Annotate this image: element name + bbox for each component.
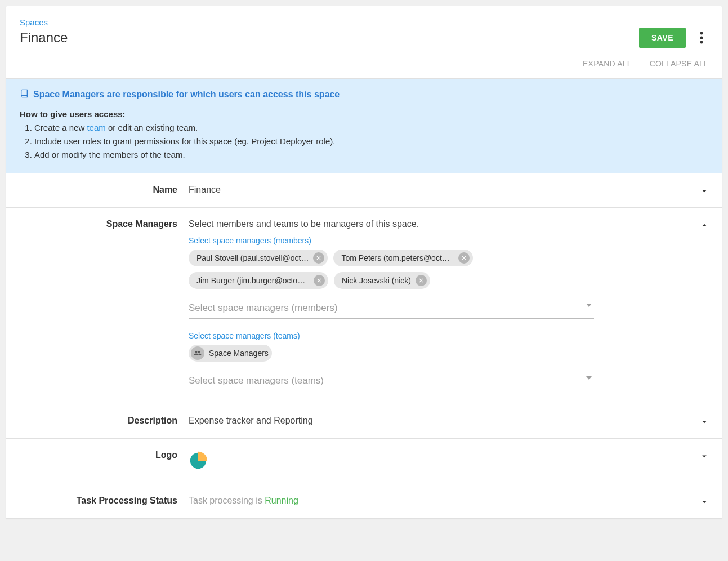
howto-step-2: Include user roles to grant permissions …: [34, 135, 708, 148]
book-icon: [20, 89, 29, 100]
section-description-label: Description: [6, 404, 189, 437]
expand-all-link[interactable]: EXPAND ALL: [583, 59, 632, 68]
member-chip-label: Jim Burger (jim.burger@octop…: [196, 276, 309, 285]
space-managers-summary: Select members and teams to be managers …: [189, 219, 693, 229]
task-processing-status: Running: [265, 496, 298, 505]
chevron-down-icon[interactable]: [698, 450, 711, 462]
member-chips: Paul Stovell (paul.stovell@oct… Tom Pete…: [189, 250, 594, 289]
team-chips: Space Managers: [189, 345, 594, 362]
member-chip-label: Paul Stovell (paul.stovell@oct…: [196, 253, 309, 262]
howto-heading: How to give users access:: [20, 109, 708, 119]
team-link[interactable]: team: [87, 123, 105, 132]
howto-step-1: Create a new team or edit an existing te…: [34, 121, 708, 135]
collapse-all-link[interactable]: COLLAPSE ALL: [650, 59, 708, 68]
section-logo-label: Logo: [6, 439, 189, 471]
section-space-managers: Space Managers Select members and teams …: [6, 207, 722, 404]
chevron-down-icon[interactable]: [698, 185, 711, 197]
teams-select-input[interactable]: Select space managers (teams): [189, 372, 594, 391]
howto-list: Create a new team or edit an existing te…: [20, 121, 708, 162]
info-banner-title: Space Managers are responsible for which…: [33, 90, 340, 100]
section-description-value: Expense tracker and Reporting: [189, 416, 313, 425]
section-space-managers-label: Space Managers: [6, 208, 189, 241]
save-button[interactable]: SAVE: [639, 28, 686, 48]
panel-header: Spaces Finance SAVE: [6, 6, 722, 52]
task-processing-prefix: Task processing is: [189, 496, 265, 505]
overflow-menu-icon[interactable]: [695, 28, 708, 48]
member-chip: Jim Burger (jim.burger@octop…: [189, 272, 328, 289]
member-chip: Paul Stovell (paul.stovell@oct…: [189, 250, 328, 266]
member-chip-label: Nick Josevski (nick): [342, 276, 411, 285]
svg-point-0: [700, 32, 703, 35]
page-title: Finance: [20, 30, 639, 46]
info-banner: Space Managers are responsible for which…: [6, 78, 722, 173]
breadcrumb-link[interactable]: Spaces: [20, 17, 48, 27]
svg-point-1: [700, 37, 703, 39]
teams-subhead: Select space managers (teams): [189, 331, 693, 340]
section-description[interactable]: Description Expense tracker and Reportin…: [6, 404, 722, 438]
section-name-value: Finance: [189, 185, 221, 194]
howto-step-1-suffix: or edit an existing team.: [106, 123, 198, 132]
caret-down-icon: [586, 376, 592, 380]
member-chip: Tom Peters (tom.peters@octo…: [333, 250, 473, 266]
team-chip: Space Managers: [189, 345, 272, 362]
teams-select-placeholder: Select space managers (teams): [189, 375, 324, 386]
members-select-placeholder: Select space managers (members): [189, 302, 338, 313]
expand-collapse-toolbar: EXPAND ALL COLLAPSE ALL: [6, 52, 722, 78]
howto-step-1-prefix: Create a new: [34, 123, 87, 132]
svg-point-2: [700, 41, 703, 44]
section-name-label: Name: [6, 173, 189, 206]
close-icon[interactable]: [458, 252, 470, 264]
caret-down-icon: [586, 304, 592, 307]
chevron-up-icon[interactable]: [698, 219, 711, 231]
team-chip-label: Space Managers: [209, 349, 269, 358]
close-icon[interactable]: [416, 275, 427, 286]
close-icon[interactable]: [314, 275, 325, 286]
howto-step-3: Add or modify the members of the team.: [34, 148, 708, 162]
group-icon: [191, 346, 204, 360]
members-select-input[interactable]: Select space managers (members): [189, 299, 594, 319]
close-icon[interactable]: [313, 252, 324, 264]
section-logo[interactable]: Logo: [6, 438, 722, 484]
space-logo-icon: [189, 461, 208, 471]
members-subhead: Select space managers (members): [189, 236, 693, 245]
member-chip-label: Tom Peters (tom.peters@octo…: [341, 253, 454, 262]
section-name[interactable]: Name Finance: [6, 173, 722, 207]
chevron-down-icon[interactable]: [698, 496, 711, 508]
chevron-down-icon[interactable]: [698, 416, 711, 428]
section-task-processing[interactable]: Task Processing Status Task processing i…: [6, 484, 722, 518]
member-chip: Nick Josevski (nick): [334, 272, 430, 289]
section-task-processing-label: Task Processing Status: [6, 484, 189, 517]
